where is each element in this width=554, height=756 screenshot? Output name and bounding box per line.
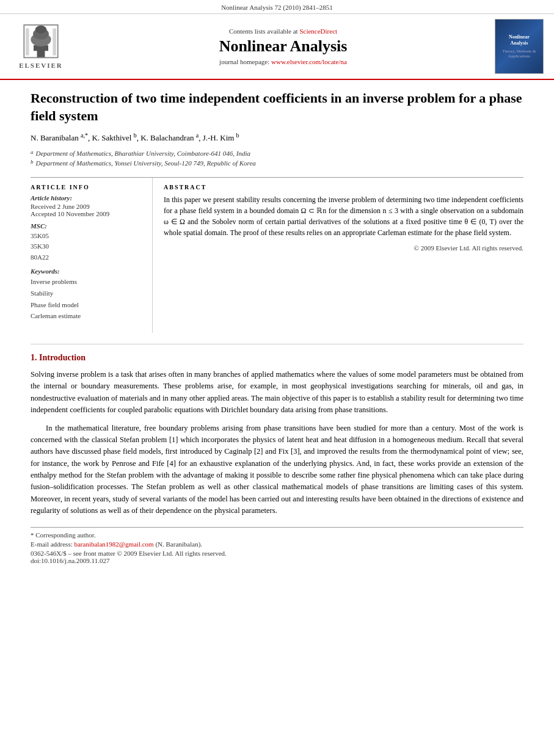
- elsevier-text: ELSEVIER: [19, 62, 63, 69]
- msc-code-2: 35K30: [31, 241, 145, 252]
- footer-license: 0362-546X/$ – see front matter © 2009 El…: [31, 550, 523, 557]
- homepage-prefix: journal homepage:: [219, 58, 271, 65]
- article-title: Reconstruction of two time independent c…: [31, 90, 523, 125]
- msc-section: MSC: 35K05 35K30 80A22: [31, 222, 145, 263]
- elsevier-logo: ELSEVIER: [19, 24, 63, 69]
- keywords-section: Keywords: Inverse problems Stability Pha…: [31, 267, 145, 322]
- accepted-date: Accepted 10 November 2009: [31, 210, 145, 217]
- keyword-4: Carleman estimate: [31, 310, 145, 322]
- section-1-heading: 1. Introduction: [31, 353, 523, 363]
- svg-point-4: [35, 26, 46, 34]
- contents-prefix: Contents lists available at: [229, 27, 299, 35]
- section-divider: [31, 344, 523, 344]
- abstract-column: ABSTRACT In this paper we present stabil…: [153, 178, 523, 333]
- msc-code-1: 35K05: [31, 231, 145, 242]
- footer-doi: doi:10.1016/j.na.2009.11.027: [31, 557, 523, 564]
- corresponding-author-label: * Corresponding author.: [31, 531, 96, 539]
- intro-paragraph-1: Solving inverse problem is a task that a…: [31, 369, 523, 416]
- abstract-header: ABSTRACT: [164, 184, 523, 191]
- affiliation-a-text: Department of Mathematics, Bharathiar Un…: [36, 148, 251, 159]
- keywords-label: Keywords:: [31, 267, 145, 275]
- svg-rect-7: [53, 28, 56, 55]
- email-label: E-mail address:: [31, 540, 73, 548]
- email-link[interactable]: baranibalan1982@gmail.com: [74, 540, 153, 548]
- section-1-title: Introduction: [39, 353, 86, 362]
- section-1-number: 1.: [31, 353, 37, 362]
- homepage-link[interactable]: www.elsevier.com/locate/na: [271, 58, 347, 65]
- keyword-1: Inverse problems: [31, 276, 145, 288]
- msc-codes: 35K05 35K30 80A22: [31, 231, 145, 263]
- page-container: Nonlinear Analysis 72 (2010) 2841–2851: [0, 0, 554, 756]
- main-content: Reconstruction of two time independent c…: [0, 80, 554, 576]
- abstract-paragraph: In this paper we present stability resul…: [164, 194, 523, 238]
- journal-cover-image: NonlinearAnalysis Theory, Methods &Appli…: [495, 19, 544, 74]
- keyword-2: Stability: [31, 288, 145, 299]
- journal-citation-text: Nonlinear Analysis 72 (2010) 2841–2851: [221, 4, 333, 11]
- cover-title: NonlinearAnalysis: [509, 34, 530, 47]
- article-info-abstract-section: ARTICLE INFO Article history: Received 2…: [31, 177, 523, 333]
- footer-divider: [31, 527, 523, 528]
- corresponding-author-footnote: * Corresponding author.: [31, 531, 523, 539]
- article-info-header: ARTICLE INFO: [31, 184, 145, 191]
- affiliation-b-text: Department of Mathematics, Yonsei Univer…: [36, 158, 256, 169]
- history-label: Article history:: [31, 194, 145, 202]
- journal-citation-header: Nonlinear Analysis 72 (2010) 2841–2851: [0, 0, 554, 14]
- authors-line: N. Baranibalan a,*, K. Sakthivel b, K. B…: [31, 132, 523, 143]
- homepage-line: journal homepage: www.elsevier.com/locat…: [219, 58, 347, 65]
- msc-label: MSC:: [31, 222, 145, 230]
- email-footnote: E-mail address: baranibalan1982@gmail.co…: [31, 540, 523, 548]
- journal-header: ELSEVIER Contents lists available at Sci…: [0, 14, 554, 80]
- affiliations: a Department of Mathematics, Bharathiar …: [31, 148, 523, 169]
- email-suffix: (N. Baranibalan).: [155, 540, 202, 548]
- intro-paragraph-2: In the mathematical literature, free bou…: [31, 423, 523, 517]
- received-date: Received 2 June 2009: [31, 203, 145, 210]
- affiliation-a: a Department of Mathematics, Bharathiar …: [31, 148, 523, 159]
- elsevier-logo-section: ELSEVIER: [7, 19, 75, 74]
- cover-subtitle: Theory, Methods &Applications: [503, 49, 536, 59]
- contents-available-line: Contents lists available at ScienceDirec…: [229, 27, 337, 35]
- keywords-list: Inverse problems Stability Phase field m…: [31, 276, 145, 322]
- article-history-section: Article history: Received 2 June 2009 Ac…: [31, 194, 145, 217]
- copyright-line: © 2009 Elsevier Ltd. All rights reserved…: [164, 243, 523, 253]
- journal-title: Nonlinear Analysis: [219, 37, 348, 56]
- journal-info-center: Contents lists available at ScienceDirec…: [81, 19, 486, 74]
- article-info-column: ARTICLE INFO Article history: Received 2…: [31, 178, 153, 333]
- affiliation-b: b Department of Mathematics, Yonsei Univ…: [31, 158, 523, 169]
- journal-cover-section: NonlinearAnalysis Theory, Methods &Appli…: [492, 19, 547, 74]
- keyword-3: Phase field model: [31, 299, 145, 311]
- elsevier-tree-icon: [20, 24, 62, 60]
- svg-rect-6: [26, 28, 29, 55]
- abstract-text: In this paper we present stability resul…: [164, 194, 523, 253]
- sciencedirect-link[interactable]: ScienceDirect: [299, 27, 337, 35]
- msc-code-3: 80A22: [31, 252, 145, 263]
